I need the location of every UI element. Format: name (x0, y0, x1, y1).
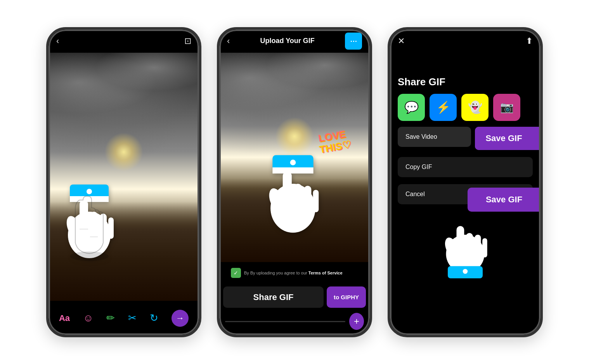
svg-rect-13 (272, 167, 313, 173)
phone-upload: ‹ Upload Your GIF ⋯ LOVE THIS♡ (217, 27, 372, 337)
svg-rect-3 (80, 200, 88, 231)
svg-point-11 (70, 252, 109, 261)
svg-point-20 (290, 159, 296, 165)
svg-rect-1 (70, 196, 109, 202)
brush-tool[interactable]: ✏ (106, 312, 115, 324)
save-gif-highlight[interactable]: Save GIF (468, 188, 540, 212)
terms-row: ✓ By By uploading you agree to our Terms… (219, 262, 370, 284)
back-icon-2[interactable]: ‹ (227, 36, 230, 46)
hand-cursor-phone3 (430, 212, 500, 282)
svg-rect-6 (108, 217, 114, 239)
sun-rays (104, 133, 143, 171)
share-icons-row: 💬 ⚡ 👻 📷 (390, 94, 540, 127)
instagram-share-button[interactable]: 📷 (493, 94, 520, 121)
save-gif-button[interactable]: Save GIF (475, 127, 533, 150)
snapchat-share-button[interactable]: 👻 (461, 94, 489, 121)
share-row: Share GIF to GIPHY (219, 284, 370, 311)
back-icon[interactable]: ‹ (56, 36, 59, 46)
hand-area-phone3 (390, 212, 540, 282)
terms-link[interactable]: Terms of Service (308, 271, 343, 275)
photo-area (49, 53, 199, 301)
photo-area-2: LOVE THIS♡ (219, 53, 370, 262)
svg-rect-24 (475, 235, 481, 258)
close-icon[interactable]: ✕ (398, 36, 405, 46)
messenger-icon: ⚡ (436, 100, 450, 114)
add-row: + (219, 311, 370, 332)
svg-rect-22 (457, 226, 464, 254)
redo-tool[interactable]: ↻ (150, 312, 158, 324)
text-tool[interactable]: Aa (59, 313, 70, 323)
phones-container: ‹ ⊡ (31, 12, 558, 353)
upload-title: Upload Your GIF (252, 29, 322, 53)
svg-point-28 (463, 269, 468, 274)
brush-icon: ✏ (106, 312, 115, 324)
snapchat-icon: 👻 (468, 100, 482, 114)
share-gif-heading: Share GIF (390, 68, 540, 94)
instagram-icon: 📷 (500, 101, 514, 114)
messages-share-button[interactable]: 💬 (398, 94, 425, 121)
messenger-share-button[interactable]: ⚡ (430, 94, 457, 121)
svg-point-10 (87, 189, 92, 194)
save-gif-label-overlay: Save GIF (486, 195, 522, 205)
copy-gif-button[interactable]: Copy GIF (398, 157, 533, 177)
text-icon: Aa (59, 313, 70, 323)
next-button[interactable]: → (172, 310, 189, 327)
phone3-header: ✕ ⬆ (390, 29, 540, 53)
giphy-dots: ⋯ (350, 37, 357, 45)
svg-rect-16 (294, 183, 302, 214)
share-content: Share GIF 💬 ⚡ 👻 📷 Save Video (390, 53, 540, 282)
add-button[interactable]: + (349, 313, 364, 330)
svg-rect-15 (283, 171, 292, 204)
svg-rect-23 (466, 233, 473, 259)
svg-rect-17 (304, 186, 311, 214)
phone2-header: ‹ Upload Your GIF ⋯ (219, 29, 370, 53)
phone-share: ✕ ⬆ Share GIF 💬 ⚡ 👻 📷 (388, 27, 543, 337)
clouds-overlay (49, 53, 199, 202)
love-annotation: LOVE THIS♡ (317, 129, 351, 154)
emoji-tool[interactable]: ☺ (83, 312, 94, 324)
scissors-tool[interactable]: ✂ (128, 312, 137, 324)
svg-rect-25 (482, 238, 487, 257)
terms-text: By By uploading you agree to our Terms o… (244, 271, 358, 275)
phone-editor: ‹ ⊡ (46, 27, 201, 337)
toolbar: Aa ☺ ✏ ✂ ↻ → (49, 301, 199, 336)
arrow-right-icon: → (176, 313, 184, 323)
share-gif-button[interactable]: Share GIF (223, 286, 324, 308)
svg-rect-18 (313, 190, 319, 212)
upload-to-giphy-button[interactable]: to GIPHY (327, 286, 366, 308)
sun-2 (275, 117, 314, 156)
check-icon[interactable]: ✓ (231, 268, 241, 278)
progress-bar (225, 321, 345, 322)
save-video-button[interactable]: Save Video (398, 127, 471, 147)
emoji-icon: ☺ (83, 312, 94, 324)
redo-icon: ↻ (150, 312, 158, 324)
hand-cursor-phone1 (52, 185, 126, 270)
giphy-icon-btn[interactable]: ⋯ (345, 33, 362, 50)
svg-rect-4 (90, 212, 98, 241)
share-upload-icon[interactable]: ⬆ (526, 36, 533, 46)
scissors-icon: ✂ (128, 312, 137, 324)
messages-icon: 💬 (404, 100, 419, 114)
hand-cursor-phone2 (254, 154, 332, 247)
phone1-header: ‹ ⊡ (49, 29, 199, 53)
crop-icon[interactable]: ⊡ (184, 36, 191, 46)
